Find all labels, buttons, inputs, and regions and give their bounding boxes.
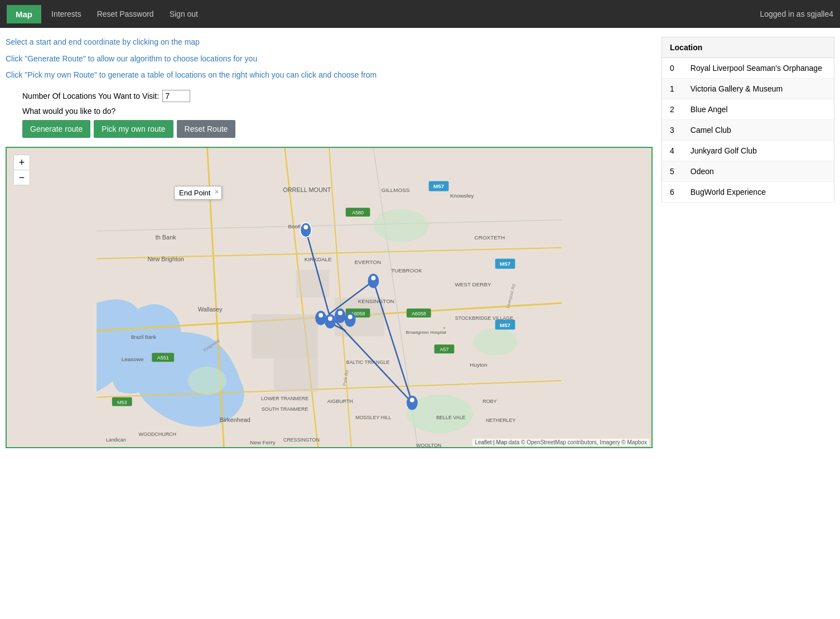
instruction-line2: Click "Generate Route" to allow our algo… <box>6 54 653 65</box>
table-row[interactable]: 2Blue Angel <box>662 99 834 120</box>
row-location-name: Camel Club <box>683 120 834 141</box>
svg-point-87 <box>338 311 342 315</box>
svg-text:EVERTON: EVERTON <box>355 259 382 265</box>
row-index: 5 <box>662 161 683 182</box>
table-row[interactable]: 1Victoria Gallery & Museum <box>662 79 834 99</box>
svg-text:New Ferry: New Ferry <box>250 439 276 445</box>
svg-text:CROXTETH: CROXTETH <box>475 234 505 241</box>
svg-text:Landican: Landican <box>106 437 126 443</box>
svg-text:M57: M57 <box>500 261 511 267</box>
question-label: What would you like to do? <box>6 107 653 116</box>
svg-text:GILLMOSS: GILLMOSS <box>382 187 410 193</box>
svg-text:A551: A551 <box>157 355 169 361</box>
controls-buttons: Generate route Pick my own route Reset R… <box>6 120 653 138</box>
row-location-name: Blue Angel <box>683 99 834 120</box>
svg-text:LOWER TRANMERE: LOWER TRANMERE <box>261 395 308 401</box>
svg-rect-15 <box>296 270 329 297</box>
row-index: 6 <box>662 182 683 203</box>
svg-text:M57: M57 <box>500 322 511 328</box>
svg-point-89 <box>348 315 353 319</box>
svg-text:Broadgreen Hospital: Broadgreen Hospital <box>406 329 447 334</box>
svg-text:Huyton: Huyton <box>470 362 487 368</box>
svg-point-82 <box>315 311 326 325</box>
table-row[interactable]: 4Junkyard Golf Club <box>662 141 834 161</box>
left-panel: Select a start and end coordinate by cli… <box>6 37 653 448</box>
endpoint-popup-close[interactable]: × <box>215 188 219 196</box>
nav-link-reset-password[interactable]: Reset Password <box>89 5 162 23</box>
svg-text:NETHERLEY: NETHERLEY <box>486 418 516 423</box>
svg-text:BELLE VALE: BELLE VALE <box>436 415 465 420</box>
zoom-controls: + − <box>13 155 30 185</box>
svg-text:Knowsley: Knowsley <box>450 193 474 199</box>
location-table: Location 0Royal Liverpool Seaman's Orpha… <box>662 37 834 203</box>
svg-point-88 <box>345 313 356 327</box>
zoom-out-button[interactable]: − <box>14 170 30 185</box>
pick-own-route-button[interactable]: Pick my own route <box>94 120 173 138</box>
svg-text:Birkenhead: Birkenhead <box>220 416 250 423</box>
svg-text:BALTIC TRIANGLE: BALTIC TRIANGLE <box>346 359 390 365</box>
locations-row: Number Of Locations You Want to Visit: <box>6 90 653 102</box>
svg-text:WOOLTON: WOOLTON <box>416 443 441 447</box>
svg-text:A580: A580 <box>352 210 364 215</box>
nav-brand[interactable]: Map <box>7 5 41 23</box>
svg-text:A6058: A6058 <box>412 311 426 316</box>
svg-text:TUEBROOK: TUEBROOK <box>391 267 422 273</box>
svg-text:Brazil Bank: Brazil Bank <box>131 334 157 340</box>
svg-text:SOUTH TRANMERE: SOUTH TRANMERE <box>262 406 308 412</box>
main-content: Select a start and end coordinate by cli… <box>0 28 840 454</box>
row-location-name: Victoria Gallery & Museum <box>683 79 834 99</box>
row-location-name: Odeon <box>683 161 834 182</box>
svg-point-12 <box>188 367 226 395</box>
svg-text:New Brighton: New Brighton <box>147 256 184 262</box>
row-location-name: Royal Liverpool Seaman's Orphanage <box>683 58 834 79</box>
nav-link-interests[interactable]: Interests <box>44 5 89 23</box>
right-panel: Location 0Royal Liverpool Seaman's Orpha… <box>662 37 834 448</box>
svg-text:KENSINGTON: KENSINGTON <box>358 298 394 304</box>
svg-text:Leasowe: Leasowe <box>122 356 144 362</box>
svg-point-86 <box>335 309 346 323</box>
map-container[interactable]: M57 M57 M57 A580 A6058 A6058 A57 A551 M5… <box>6 147 653 448</box>
table-row[interactable]: 0Royal Liverpool Seaman's Orphanage <box>662 58 834 79</box>
instruction-line1: Select a start and end coordinate by cli… <box>6 37 653 48</box>
table-row[interactable]: 3Camel Club <box>662 120 834 141</box>
svg-rect-13 <box>252 314 318 358</box>
instruction-line3: Click "Pick my own Route" to generate a … <box>6 70 653 81</box>
controls-area: Number Of Locations You Want to Visit: W… <box>6 90 653 138</box>
table-row[interactable]: 5Odeon <box>662 161 834 182</box>
row-index: 2 <box>662 99 683 120</box>
nav-link-sign-out[interactable]: Sign out <box>162 5 206 23</box>
svg-text:M57: M57 <box>433 183 445 189</box>
svg-text:STOCKBRIDGE VILLAGE: STOCKBRIDGE VILLAGE <box>455 315 514 320</box>
svg-point-11 <box>373 209 428 242</box>
svg-point-79 <box>303 225 308 229</box>
table-row[interactable]: 6BugWorld Experience <box>662 182 834 203</box>
zoom-in-button[interactable]: + <box>14 155 30 170</box>
map-attribution: Leaflet | Map data © OpenStreetMap contr… <box>472 439 649 446</box>
svg-point-80 <box>368 273 379 288</box>
svg-text:AIGBURTH: AIGBURTH <box>327 398 353 404</box>
endpoint-popup: End Point × <box>174 186 222 200</box>
svg-text:M53: M53 <box>117 399 127 405</box>
svg-text:+: + <box>442 324 446 330</box>
svg-text:ROBY: ROBY <box>482 398 496 404</box>
row-index: 1 <box>662 79 683 99</box>
svg-text:ORRELL MOUNT: ORRELL MOUNT <box>283 186 331 193</box>
generate-route-button[interactable]: Generate route <box>22 120 90 138</box>
svg-point-81 <box>371 276 375 280</box>
svg-text:WEST DERBY: WEST DERBY <box>455 281 491 287</box>
svg-text:MOSSLEY HILL: MOSSLEY HILL <box>355 415 391 420</box>
reset-route-button[interactable]: Reset Route <box>177 120 236 138</box>
instructions: Select a start and end coordinate by cli… <box>6 37 653 81</box>
locations-input[interactable] <box>162 90 190 102</box>
svg-point-90 <box>407 395 418 410</box>
svg-point-85 <box>328 316 332 321</box>
svg-text:WOODCHURCH: WOODCHURCH <box>139 431 176 437</box>
map-svg[interactable]: M57 M57 M57 A580 A6058 A6058 A57 A551 M5… <box>7 148 651 447</box>
row-location-name: BugWorld Experience <box>683 182 834 203</box>
svg-point-10 <box>473 328 517 356</box>
svg-text:A57: A57 <box>440 347 449 352</box>
row-location-name: Junkyard Golf Club <box>683 141 834 161</box>
locations-label: Number Of Locations You Want to Visit: <box>22 92 159 100</box>
svg-text:Wallasey: Wallasey <box>198 306 223 313</box>
row-index: 3 <box>662 120 683 141</box>
